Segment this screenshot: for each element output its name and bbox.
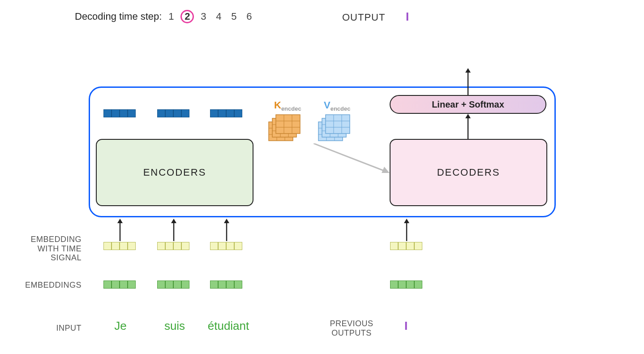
previous-output-token-1: I (404, 319, 408, 333)
arrow-dec-in-1 (402, 219, 411, 241)
svg-marker-1 (465, 68, 471, 73)
timestep-3: 3 (197, 11, 209, 22)
timestep-2: 2 (185, 11, 190, 22)
encoders-label: ENCODERS (143, 167, 206, 178)
input-token-3: étudiant (202, 319, 255, 333)
emb-vec-dec-1 (390, 281, 422, 289)
encoders-block: ENCODERS (96, 139, 253, 206)
row-label-embedding-time: EMBEDDING WITH TIME SIGNAL (10, 235, 82, 263)
timestep-6: 6 (243, 11, 255, 22)
v-encdec-label: Vencdec (324, 99, 351, 112)
v-letter: V (324, 99, 331, 111)
row-label-previous-outputs: PREVIOUS OUTPUTS (322, 319, 381, 337)
k-matrices-icon (265, 112, 305, 148)
k-encdec-label: Kencdec (274, 99, 301, 112)
encoder-output-vec-3 (210, 109, 242, 117)
output-label: OUTPUT (342, 12, 385, 23)
svg-marker-41 (224, 219, 229, 223)
svg-marker-37 (117, 219, 123, 223)
arrow-kv-to-decoders (313, 143, 394, 179)
linear-softmax-block: Linear + Softmax (390, 95, 546, 114)
timestep-label: Decoding time step: (75, 11, 162, 22)
emb-time-vec-enc-3 (210, 242, 242, 250)
svg-marker-39 (171, 219, 176, 223)
emb-vec-enc-3 (210, 281, 242, 289)
linear-softmax-label: Linear + Softmax (432, 99, 504, 110)
output-token: I (406, 10, 409, 24)
k-letter: K (274, 99, 281, 111)
svg-rect-14 (276, 115, 300, 134)
k-sub: encdec (281, 105, 301, 112)
row-label-input: INPUT (10, 324, 82, 333)
emb-time-vec-enc-1 (103, 242, 136, 250)
decoders-block: DECODERS (390, 139, 547, 206)
timestep-current-circle: 2 (180, 10, 194, 23)
emb-time-vec-dec-1 (390, 242, 422, 250)
row-label-embeddings: EMBEDDINGS (10, 281, 82, 290)
arrow-enc-in-1 (116, 219, 125, 241)
emb-vec-enc-1 (103, 281, 136, 289)
arrow-decoders-to-linear (464, 114, 472, 140)
input-token-1: Je (107, 319, 134, 333)
svg-line-34 (313, 143, 385, 171)
arrow-enc-in-2 (169, 219, 178, 241)
v-sub: encdec (331, 105, 351, 112)
decoding-timestep-header: Decoding time step: 1 2 3 4 5 6 (75, 10, 255, 23)
encoder-output-vec-2 (157, 109, 189, 117)
decoders-label: DECODERS (437, 167, 500, 178)
timestep-1: 1 (165, 11, 177, 22)
svg-rect-29 (326, 115, 350, 134)
emb-vec-enc-2 (157, 281, 189, 289)
emb-time-vec-enc-2 (157, 242, 189, 250)
input-token-2: suis (157, 319, 193, 333)
v-matrices-icon (315, 112, 355, 148)
arrow-linear-to-output (464, 68, 472, 95)
svg-marker-43 (404, 219, 409, 223)
timestep-5: 5 (228, 11, 240, 22)
svg-marker-3 (465, 114, 471, 118)
timestep-4: 4 (213, 11, 224, 22)
arrow-enc-in-3 (222, 219, 231, 241)
encoder-output-vec-1 (103, 109, 136, 117)
